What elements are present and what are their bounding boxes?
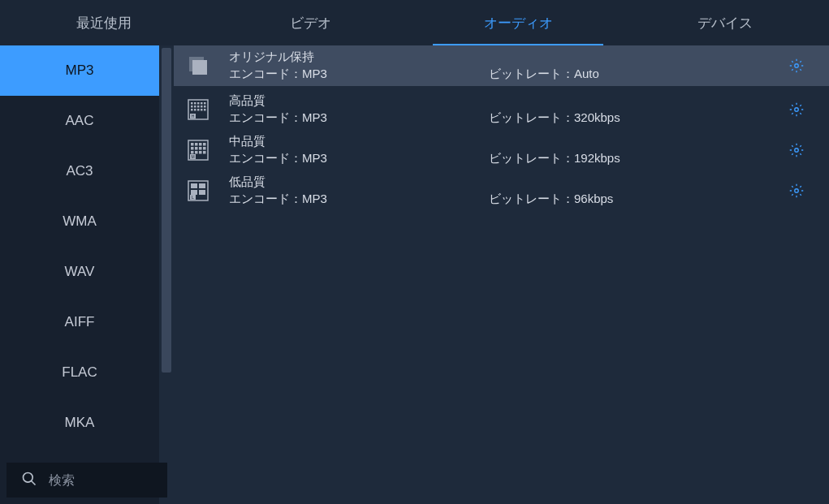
svg-rect-26 — [195, 143, 198, 146]
preset-row-original[interactable]: オリジナル保持 エンコード：MP3 ビットレート：Auto — [174, 45, 829, 86]
preset-info: 低品質 エンコード：MP3 — [229, 174, 489, 207]
preset-original-icon — [182, 51, 214, 80]
svg-rect-14 — [201, 106, 203, 108]
svg-rect-8 — [197, 102, 200, 105]
svg-rect-27 — [199, 143, 202, 146]
preset-title: 低品質 — [229, 174, 489, 190]
svg-point-4 — [795, 64, 799, 68]
svg-rect-18 — [197, 109, 200, 111]
svg-line-1 — [32, 480, 36, 485]
preset-title: オリジナル保持 — [229, 50, 489, 65]
svg-point-0 — [24, 472, 33, 482]
svg-rect-44 — [199, 190, 205, 195]
preset-bitrate: ビットレート：Auto — [489, 67, 599, 82]
svg-rect-20 — [204, 109, 206, 111]
preset-encode: エンコード：MP3 — [229, 151, 489, 166]
tab-device[interactable]: デバイス — [622, 0, 829, 45]
preset-bitrate-wrap: ビットレート：192kbps — [489, 130, 780, 170]
preset-encode: エンコード：MP3 — [229, 192, 489, 207]
search-input[interactable] — [49, 473, 153, 488]
preset-row-low[interactable]: L 低品質 エンコード：MP3 ビットレート：96kbps — [174, 170, 829, 211]
svg-text:H: H — [192, 114, 195, 118]
sidebar-item-mp3[interactable]: MP3 — [0, 45, 159, 96]
svg-point-39 — [795, 149, 799, 153]
svg-rect-19 — [201, 109, 203, 111]
svg-text:L: L — [192, 195, 194, 200]
preset-title: 高品質 — [229, 93, 489, 109]
svg-rect-7 — [194, 102, 196, 105]
search-bar[interactable] — [6, 463, 167, 498]
svg-rect-6 — [191, 102, 193, 105]
preset-row-medium[interactable]: M 中品質 エンコード：MP3 ビットレート：192kbps — [174, 130, 829, 170]
preset-medium-icon: M — [182, 136, 214, 165]
top-tabs: 最近使用 ビデオ オーディオ デバイス — [0, 0, 829, 45]
sidebar-item-flac[interactable]: FLAC — [0, 347, 159, 398]
sidebar-scrollbar[interactable] — [159, 45, 174, 504]
svg-text:M: M — [191, 154, 194, 159]
sidebar-item-mka[interactable]: MKA — [0, 398, 159, 448]
svg-rect-29 — [191, 147, 194, 150]
preset-title: 中品質 — [229, 134, 489, 149]
svg-rect-9 — [201, 102, 203, 105]
preset-row-high[interactable]: H 高品質 エンコード：MP3 ビットレート：320kbps — [174, 89, 829, 130]
main-area: MP3 AAC AC3 WMA WAV AIFF FLAC MKA — [0, 45, 829, 504]
svg-rect-17 — [194, 109, 196, 111]
tab-audio[interactable]: オーディオ — [415, 0, 622, 45]
sidebar-item-aac[interactable]: AAC — [0, 96, 159, 146]
sidebar-item-ac3[interactable]: AC3 — [0, 146, 159, 196]
preset-bitrate: ビットレート：192kbps — [489, 151, 620, 166]
sidebar-scrollbar-thumb[interactable] — [162, 48, 171, 373]
svg-rect-3 — [192, 60, 207, 75]
preset-bitrate-wrap: ビットレート：Auto — [489, 45, 780, 86]
svg-rect-10 — [204, 102, 206, 105]
preset-settings-button[interactable] — [780, 183, 813, 198]
preset-bitrate: ビットレート：96kbps — [489, 192, 613, 207]
tab-recent[interactable]: 最近使用 — [0, 0, 207, 45]
preset-bitrate: ビットレート：320kbps — [489, 110, 620, 126]
tab-video[interactable]: ビデオ — [207, 0, 414, 45]
sidebar-item-wma[interactable]: WMA — [0, 196, 159, 247]
svg-rect-35 — [199, 151, 202, 154]
svg-rect-42 — [199, 183, 205, 188]
svg-rect-13 — [197, 106, 200, 108]
svg-rect-11 — [191, 106, 193, 108]
preset-bitrate-wrap: ビットレート：96kbps — [489, 170, 780, 211]
preset-list: オリジナル保持 エンコード：MP3 ビットレート：Auto — [174, 45, 829, 504]
svg-rect-32 — [203, 147, 206, 150]
preset-low-icon: L — [182, 176, 214, 205]
preset-info: 中品質 エンコード：MP3 — [229, 134, 489, 166]
preset-encode: エンコード：MP3 — [229, 110, 489, 126]
svg-rect-16 — [191, 109, 193, 111]
svg-rect-36 — [203, 151, 206, 154]
sidebar: MP3 AAC AC3 WMA WAV AIFF FLAC MKA — [0, 45, 174, 504]
sidebar-item-aiff[interactable]: AIFF — [0, 297, 159, 347]
svg-rect-15 — [204, 106, 206, 108]
svg-rect-34 — [195, 151, 198, 154]
svg-rect-41 — [191, 183, 197, 188]
svg-rect-33 — [191, 151, 194, 154]
preset-encode: エンコード：MP3 — [229, 67, 489, 82]
sidebar-list: MP3 AAC AC3 WMA WAV AIFF FLAC MKA — [0, 45, 174, 504]
preset-settings-button[interactable] — [780, 102, 813, 117]
svg-rect-30 — [195, 147, 198, 150]
search-icon — [21, 471, 37, 490]
preset-info: オリジナル保持 エンコード：MP3 — [229, 50, 489, 82]
preset-high-icon: H — [182, 95, 214, 124]
sidebar-item-wav[interactable]: WAV — [0, 247, 159, 297]
svg-rect-12 — [194, 106, 196, 108]
preset-bitrate-wrap: ビットレート：320kbps — [489, 89, 780, 130]
preset-info: 高品質 エンコード：MP3 — [229, 93, 489, 126]
svg-point-47 — [795, 189, 799, 193]
svg-rect-25 — [191, 143, 194, 146]
preset-settings-button[interactable] — [780, 143, 813, 157]
svg-point-23 — [795, 108, 799, 112]
preset-settings-button[interactable] — [780, 58, 813, 73]
svg-rect-31 — [199, 147, 202, 150]
svg-rect-28 — [203, 143, 206, 146]
